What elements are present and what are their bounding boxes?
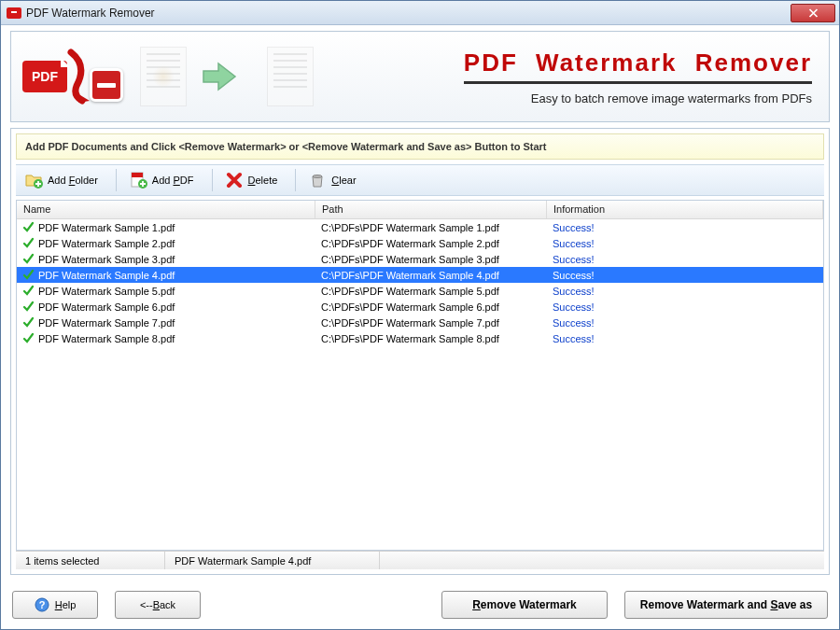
app-window: PDF Watermark Remover PDF PDF Watermark … bbox=[0, 0, 840, 630]
close-icon bbox=[808, 8, 819, 18]
help-label: Help bbox=[55, 599, 77, 610]
remove-watermark-save-as-button[interactable]: Remove Watermark and Save as bbox=[624, 591, 828, 619]
status-file: PDF Watermark Sample 4.pdf bbox=[165, 552, 380, 569]
pdf-add-icon bbox=[129, 171, 147, 189]
table-row[interactable]: PDF Watermark Sample 7.pdfC:\PDFs\PDF Wa… bbox=[17, 315, 823, 330]
check-icon bbox=[22, 253, 35, 265]
clean-doc-icon bbox=[267, 47, 314, 106]
banner-title: PDF Watermark Remover bbox=[464, 49, 812, 77]
app-icon bbox=[7, 6, 21, 21]
list-body[interactable]: PDF Watermark Sample 1.pdfC:\PDFs\PDF Wa… bbox=[17, 219, 823, 550]
cell-name: PDF Watermark Sample 6.pdf bbox=[17, 301, 315, 313]
folder-add-icon bbox=[24, 171, 43, 189]
check-icon bbox=[22, 285, 35, 297]
delete-label: Delete bbox=[248, 175, 278, 186]
cell-name: PDF Watermark Sample 5.pdf bbox=[17, 285, 315, 297]
clear-button[interactable]: Clear bbox=[303, 168, 366, 192]
svg-rect-4 bbox=[132, 173, 143, 177]
list-header: Name Path Information bbox=[17, 201, 823, 219]
banner-subtitle: Easy to batch remove image watermarks fr… bbox=[464, 91, 812, 105]
cell-info: Success! bbox=[547, 254, 823, 265]
cell-path: C:\PDFs\PDF Watermark Sample 8.pdf bbox=[315, 333, 547, 344]
column-name[interactable]: Name bbox=[17, 201, 315, 218]
pdf-logo-icon: PDF bbox=[22, 61, 67, 92]
check-icon bbox=[22, 332, 35, 344]
banner-divider bbox=[464, 81, 812, 84]
svg-point-6 bbox=[313, 175, 322, 178]
cell-path: C:\PDFs\PDF Watermark Sample 5.pdf bbox=[315, 286, 547, 297]
cell-info: Success! bbox=[547, 238, 823, 249]
check-icon bbox=[22, 221, 35, 233]
clear-label: Clear bbox=[331, 175, 356, 186]
watermarked-doc-icon bbox=[140, 47, 187, 106]
toolbar-separator bbox=[116, 169, 117, 191]
status-bar: 1 items selected PDF Watermark Sample 4.… bbox=[16, 551, 824, 569]
toolbar: Add Folder Add PDF Delete bbox=[16, 164, 824, 196]
cell-name: PDF Watermark Sample 3.pdf bbox=[17, 253, 315, 265]
back-label: <--Back bbox=[140, 599, 175, 610]
help-button[interactable]: ? Help bbox=[12, 591, 98, 619]
cell-path: C:\PDFs\PDF Watermark Sample 2.pdf bbox=[315, 238, 547, 249]
table-row[interactable]: PDF Watermark Sample 3.pdfC:\PDFs\PDF Wa… bbox=[17, 251, 823, 267]
cell-info: Success! bbox=[547, 333, 823, 344]
window-title: PDF Watermark Remover bbox=[26, 7, 791, 20]
column-path[interactable]: Path bbox=[315, 201, 547, 218]
check-icon bbox=[22, 301, 35, 313]
table-row[interactable]: PDF Watermark Sample 8.pdfC:\PDFs\PDF Wa… bbox=[17, 330, 823, 346]
arrow-right-icon bbox=[198, 56, 239, 97]
cell-path: C:\PDFs\PDF Watermark Sample 1.pdf bbox=[315, 222, 547, 233]
table-row[interactable]: PDF Watermark Sample 1.pdfC:\PDFs\PDF Wa… bbox=[17, 219, 823, 235]
add-folder-label: Add Folder bbox=[48, 175, 98, 186]
banner: PDF PDF Watermark Remover Easy to batch … bbox=[10, 31, 830, 122]
cell-path: C:\PDFs\PDF Watermark Sample 7.pdf bbox=[315, 317, 547, 329]
remove-badge-icon bbox=[90, 68, 123, 102]
back-button[interactable]: <--Back bbox=[115, 591, 201, 619]
file-list: Name Path Information PDF Watermark Samp… bbox=[16, 200, 824, 551]
add-pdf-button[interactable]: Add PDF bbox=[124, 168, 204, 192]
remove-watermark-button[interactable]: Remove Watermark bbox=[441, 591, 608, 619]
svg-text:?: ? bbox=[38, 599, 45, 610]
table-row[interactable]: PDF Watermark Sample 5.pdfC:\PDFs\PDF Wa… bbox=[17, 283, 823, 299]
cell-name: PDF Watermark Sample 2.pdf bbox=[17, 237, 315, 249]
toolbar-separator bbox=[212, 169, 213, 191]
status-selection: 1 items selected bbox=[16, 552, 165, 569]
cell-name: PDF Watermark Sample 7.pdf bbox=[17, 316, 315, 329]
cell-path: C:\PDFs\PDF Watermark Sample 3.pdf bbox=[315, 254, 547, 265]
cell-info: Success! bbox=[547, 286, 823, 297]
content-panel: Add PDF Documents and Click <Remove Wate… bbox=[10, 128, 830, 575]
close-button[interactable] bbox=[791, 4, 835, 22]
table-row[interactable]: PDF Watermark Sample 6.pdfC:\PDFs\PDF Wa… bbox=[17, 299, 823, 315]
footer: ? Help <--Back Remove Watermark Remove W… bbox=[1, 581, 839, 629]
titlebar[interactable]: PDF Watermark Remover bbox=[1, 1, 839, 25]
help-icon: ? bbox=[35, 597, 49, 612]
cell-info: Success! bbox=[547, 270, 823, 281]
cell-name: PDF Watermark Sample 4.pdf bbox=[17, 269, 315, 281]
cell-info: Success! bbox=[547, 301, 823, 313]
check-icon bbox=[22, 316, 35, 329]
table-row[interactable]: PDF Watermark Sample 2.pdfC:\PDFs\PDF Wa… bbox=[17, 235, 823, 251]
svg-rect-1 bbox=[11, 11, 17, 13]
trash-icon bbox=[308, 171, 327, 189]
instruction-bar: Add PDF Documents and Click <Remove Wate… bbox=[16, 133, 824, 160]
add-pdf-label: Add PDF bbox=[152, 175, 194, 186]
cell-path: C:\PDFs\PDF Watermark Sample 4.pdf bbox=[315, 270, 547, 281]
delete-icon bbox=[225, 171, 244, 189]
table-row[interactable]: PDF Watermark Sample 4.pdfC:\PDFs\PDF Wa… bbox=[17, 267, 823, 283]
cell-name: PDF Watermark Sample 8.pdf bbox=[17, 332, 315, 344]
add-folder-button[interactable]: Add Folder bbox=[20, 168, 108, 192]
remove-watermark-label: Remove Watermark bbox=[472, 598, 577, 611]
delete-button[interactable]: Delete bbox=[220, 168, 288, 192]
column-info[interactable]: Information bbox=[547, 201, 823, 218]
cell-name: PDF Watermark Sample 1.pdf bbox=[17, 221, 315, 233]
check-icon bbox=[22, 237, 35, 249]
cell-info: Success! bbox=[547, 222, 823, 233]
remove-watermark-save-as-label: Remove Watermark and Save as bbox=[640, 598, 812, 611]
cell-path: C:\PDFs\PDF Watermark Sample 6.pdf bbox=[315, 301, 547, 313]
check-icon bbox=[22, 269, 35, 281]
toolbar-separator bbox=[295, 169, 296, 191]
cell-info: Success! bbox=[547, 317, 823, 329]
